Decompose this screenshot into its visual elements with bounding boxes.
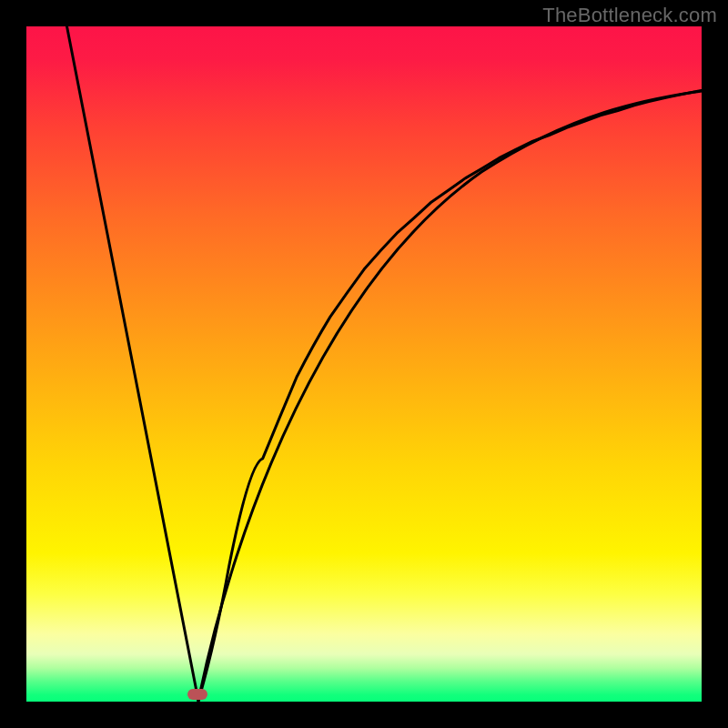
curve-right-smooth (198, 91, 702, 701)
watermark-text: TheBottleneck.com (542, 4, 717, 27)
plot-area (26, 26, 702, 702)
bottleneck-curve (26, 26, 702, 702)
vertex-marker (187, 689, 207, 700)
curve-right-branch (198, 91, 702, 702)
curve-left-branch (67, 26, 199, 701)
chart-frame: TheBottleneck.com (0, 0, 728, 728)
